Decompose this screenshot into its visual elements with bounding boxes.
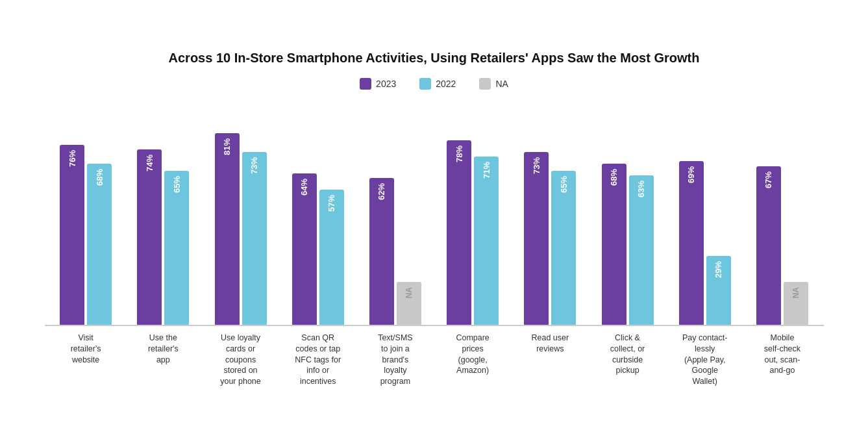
bar-pair: 62%NA <box>369 117 421 325</box>
chart-title: Across 10 In-Store Smartphone Activities… <box>45 49 824 66</box>
bar-value-label: 81% <box>223 138 231 155</box>
axis-label: Mobile self-check out, scan- and-go <box>743 333 821 387</box>
bar: 73% <box>242 152 267 325</box>
bar-value-label: 63% <box>637 181 645 197</box>
legend-item: 2022 <box>419 78 456 90</box>
bar-group: 76%68% <box>47 117 125 325</box>
legend-swatch <box>360 78 371 90</box>
bar-value-label: 74% <box>145 155 154 171</box>
legend: 20232022NA <box>45 78 824 90</box>
bar-pair: 67%NA <box>756 117 808 325</box>
legend-label: 2023 <box>376 79 396 89</box>
bar: 62% <box>369 178 394 325</box>
bar-value-label: 62% <box>377 183 386 200</box>
axis-label: Read user reviews <box>512 333 589 387</box>
bar-value-label: 67% <box>764 171 773 188</box>
bar: 29% <box>706 256 731 325</box>
bar-value-label: 68% <box>95 169 104 186</box>
axis-label: Compare prices (google, Amazon) <box>434 333 512 387</box>
chart-container: Across 10 In-Store Smartphone Activities… <box>19 30 850 400</box>
legend-swatch <box>419 78 431 90</box>
bar-value-label: 65% <box>173 176 181 193</box>
bar: 68% <box>87 164 112 325</box>
bar: 73% <box>524 152 549 325</box>
bar-value-label: 73% <box>250 157 258 174</box>
axis-label: Use the retailer's app <box>125 333 202 387</box>
bar-value-label: 71% <box>482 162 491 179</box>
bar-group: 64%57% <box>279 117 356 325</box>
bar-pair: 78%71% <box>447 117 499 325</box>
axis-label: Text/SMS to join a brand's loyalty progr… <box>356 333 434 387</box>
legend-item: NA <box>479 78 508 90</box>
bar-pair: 68%63% <box>602 117 654 325</box>
bar-pair: 64%57% <box>292 117 344 325</box>
axis-label: Use loyalty cards or coupons stored on y… <box>202 333 279 387</box>
bar-group: 81%73% <box>202 117 279 325</box>
axis-label: Visit retailer's website <box>47 333 125 387</box>
bar: 78% <box>447 140 471 325</box>
bar-value-label: NA <box>405 287 413 298</box>
bar-group: 68%63% <box>589 117 666 325</box>
bar-group: 73%65% <box>512 117 589 325</box>
bar: 68% <box>602 164 626 325</box>
bar: 65% <box>164 171 189 325</box>
bar: 57% <box>319 190 344 325</box>
bar: 69% <box>679 161 704 325</box>
bar: 81% <box>215 133 240 325</box>
legend-label: 2022 <box>436 79 456 89</box>
bar-value-label: NA <box>792 287 800 298</box>
bar-pair: 69%29% <box>679 117 731 325</box>
bar-value-label: 64% <box>300 179 308 196</box>
bar-pair: 81%73% <box>215 117 267 325</box>
legend-item: 2023 <box>360 78 396 90</box>
bar-pair: 76%68% <box>60 117 112 325</box>
bar-value-label: 29% <box>714 261 723 278</box>
bar-group: 78%71% <box>434 117 512 325</box>
bar-value-label: 68% <box>610 169 618 186</box>
bar: 76% <box>60 145 84 325</box>
bar: 64% <box>292 173 317 325</box>
bar-value-label: 57% <box>327 195 336 212</box>
bar: 65% <box>551 171 576 325</box>
bar: 63% <box>629 175 654 325</box>
bar-group: 67%NA <box>743 117 821 325</box>
axis-label: Pay contact- lessly (Apple Pay, Google W… <box>666 333 743 387</box>
bar: 74% <box>137 149 162 325</box>
bar: NA <box>397 282 421 325</box>
bar: 71% <box>474 157 499 325</box>
legend-label: NA <box>495 79 508 89</box>
bar-group: 74%65% <box>125 117 202 325</box>
legend-swatch <box>479 78 491 90</box>
axis-labels: Visit retailer's websiteUse the retailer… <box>45 326 824 387</box>
bar-value-label: 76% <box>68 150 77 167</box>
bar-value-label: 65% <box>560 176 568 193</box>
bar-group: 69%29% <box>666 117 743 325</box>
bar-value-label: 78% <box>455 145 464 162</box>
bar-value-label: 69% <box>687 166 695 183</box>
bar-pair: 74%65% <box>137 117 189 325</box>
bar-group: 62%NA <box>356 117 434 325</box>
axis-label: Click & collect, or curbside pickup <box>589 333 666 387</box>
axis-label: Scan QR codes or tap NFC tags for info o… <box>279 333 356 387</box>
bars-area: 76%68%74%65%81%73%64%57%62%NA78%71%73%65… <box>45 105 824 326</box>
bar: 67% <box>756 166 781 325</box>
bar-value-label: 73% <box>532 157 541 174</box>
bar-pair: 73%65% <box>524 117 576 325</box>
bar: NA <box>784 282 808 325</box>
